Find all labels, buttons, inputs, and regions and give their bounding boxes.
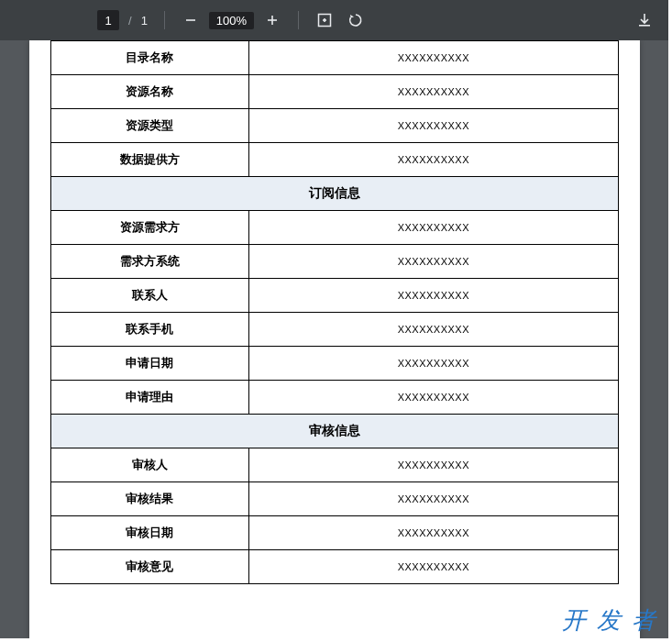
row-label: 审核意见 [50, 550, 249, 584]
zoom-level-display[interactable]: 100% [209, 12, 254, 29]
row-label: 资源需求方 [50, 211, 249, 245]
pdf-viewer: / 1 100% 目录名称XXXXXXXXXX资源名称XXXXXXXXXX资源类… [0, 0, 668, 638]
table-row: 资源需求方XXXXXXXXXX [50, 211, 618, 245]
table-row: 审核结果XXXXXXXXXX [50, 482, 618, 516]
section-header-row: 审核信息 [50, 415, 618, 448]
page-total: 1 [141, 14, 148, 28]
row-label: 审核日期 [50, 516, 249, 550]
table-row: 申请日期XXXXXXXXXX [50, 347, 618, 381]
toolbar-divider [298, 11, 299, 29]
row-value: XXXXXXXXXX [249, 347, 618, 381]
toolbar-divider [164, 11, 165, 29]
table-row: 申请理由XXXXXXXXXX [50, 381, 618, 415]
row-value: XXXXXXXXXX [249, 245, 618, 279]
row-label: 需求方系统 [50, 245, 249, 279]
download-icon [636, 12, 653, 28]
row-value: XXXXXXXXXX [249, 313, 618, 347]
row-label: 联系人 [50, 279, 249, 313]
row-value: XXXXXXXXXX [249, 109, 618, 143]
row-label: 申请理由 [50, 381, 249, 415]
row-label: 申请日期 [50, 347, 249, 381]
minus-icon [183, 13, 198, 28]
table-row: 目录名称XXXXXXXXXX [50, 41, 618, 75]
section-header: 审核信息 [50, 415, 618, 448]
pdf-content-area[interactable]: 目录名称XXXXXXXXXX资源名称XXXXXXXXXX资源类型XXXXXXXX… [0, 40, 668, 638]
svg-rect-6 [639, 25, 650, 27]
pdf-toolbar: / 1 100% [0, 0, 668, 40]
page-separator: / [128, 14, 132, 28]
svg-rect-0 [186, 19, 195, 21]
row-value: XXXXXXXXXX [249, 143, 618, 177]
svg-rect-5 [324, 18, 325, 22]
table-row: 资源名称XXXXXXXXXX [50, 75, 618, 109]
row-label: 审核人 [50, 448, 249, 482]
row-value: XXXXXXXXXX [249, 482, 618, 516]
row-value: XXXXXXXXXX [249, 448, 618, 482]
section-header: 订阅信息 [50, 177, 618, 211]
page-number-input[interactable] [97, 10, 119, 30]
rotate-button[interactable] [343, 7, 369, 33]
row-label: 数据提供方 [50, 143, 249, 177]
section-header-row: 订阅信息 [50, 177, 618, 211]
row-value: XXXXXXXXXX [249, 516, 618, 550]
row-label: 联系手机 [50, 313, 249, 347]
table-row: 资源类型XXXXXXXXXX [50, 109, 618, 143]
row-label: 资源类型 [50, 109, 249, 143]
table-row: 需求方系统XXXXXXXXXX [50, 245, 618, 279]
table-row: 审核意见XXXXXXXXXX [50, 550, 618, 584]
fit-page-button[interactable] [312, 7, 337, 33]
zoom-in-button[interactable] [259, 7, 285, 33]
table-row: 联系手机XXXXXXXXXX [50, 313, 618, 347]
row-label: 资源名称 [50, 75, 249, 109]
download-button[interactable] [632, 7, 657, 33]
table-row: 数据提供方XXXXXXXXXX [50, 143, 618, 177]
document-table: 目录名称XXXXXXXXXX资源名称XXXXXXXXXX资源类型XXXXXXXX… [50, 40, 619, 584]
plus-icon [265, 13, 280, 28]
row-label: 审核结果 [50, 482, 249, 516]
row-value: XXXXXXXXXX [249, 550, 618, 584]
rotate-icon [347, 12, 364, 28]
table-row: 审核日期XXXXXXXXXX [50, 516, 618, 550]
table-row: 审核人XXXXXXXXXX [50, 448, 618, 482]
row-value: XXXXXXXXXX [249, 279, 618, 313]
svg-rect-2 [271, 16, 273, 25]
row-value: XXXXXXXXXX [249, 381, 618, 415]
row-value: XXXXXXXXXX [249, 75, 618, 109]
table-row: 联系人XXXXXXXXXX [50, 279, 618, 313]
zoom-out-button[interactable] [178, 7, 204, 33]
row-value: XXXXXXXXXX [249, 211, 618, 245]
pdf-page: 目录名称XXXXXXXXXX资源名称XXXXXXXXXX资源类型XXXXXXXX… [29, 40, 640, 638]
row-value: XXXXXXXXXX [249, 41, 618, 75]
row-label: 目录名称 [50, 41, 249, 75]
fit-page-icon [316, 12, 333, 28]
